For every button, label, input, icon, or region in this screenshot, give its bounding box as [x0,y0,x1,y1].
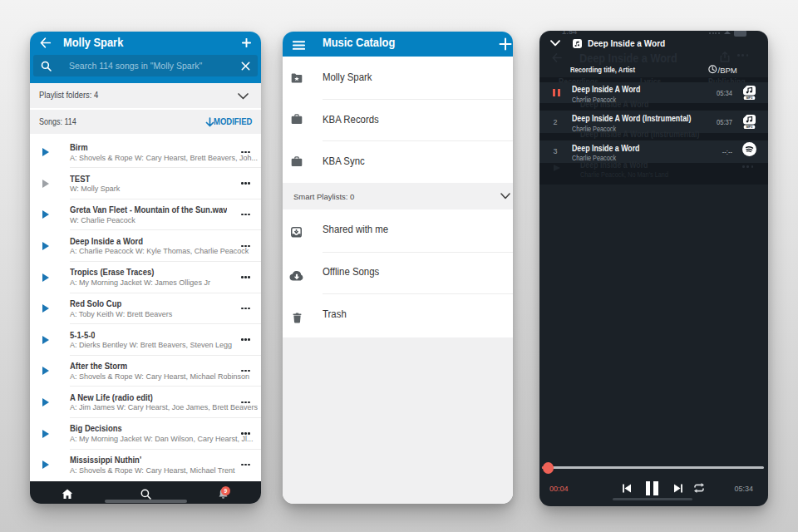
svg-text:MP3: MP3 [746,96,751,100]
svg-text:MP3: MP3 [746,126,751,129]
